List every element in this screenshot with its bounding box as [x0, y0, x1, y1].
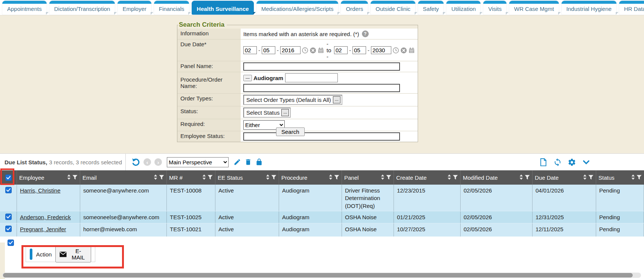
- mr-cell: TEST-10008: [167, 185, 215, 211]
- grid-title: Due List Status,: [5, 159, 47, 165]
- due-date-from-year-input[interactable]: [280, 46, 301, 54]
- scrollbar-thumb[interactable]: [3, 273, 633, 277]
- calendar-icon[interactable]: [317, 47, 324, 54]
- sort-icon[interactable]: [266, 174, 270, 181]
- select-all-checkbox[interactable]: [5, 174, 12, 181]
- tab-appointments[interactable]: Appointments: [2, 1, 47, 15]
- column-header-due-date[interactable]: Due Date: [533, 170, 596, 185]
- tab-financials[interactable]: Financials: [154, 1, 189, 15]
- column-header-modified-date[interactable]: Modified Date: [461, 170, 533, 185]
- mr-cell: TEST-10025: [167, 211, 215, 223]
- tab-wr-case-mgmt[interactable]: WR Case Mgmt: [509, 1, 559, 15]
- due-date-from-day-input[interactable]: [262, 46, 275, 54]
- settings-gear-icon[interactable]: [568, 158, 576, 167]
- order-types-picker[interactable]: Select Order Types (Default is All) ...: [243, 95, 342, 105]
- filter-funnel-icon[interactable]: [386, 174, 391, 181]
- filter-funnel-icon[interactable]: [636, 174, 642, 181]
- tab-medications-allergies-scripts[interactable]: Medications/Allergies/Scripts: [256, 1, 339, 15]
- due-date-from-month-input[interactable]: [243, 46, 257, 54]
- sort-icon[interactable]: [381, 174, 385, 181]
- sort-icon[interactable]: [631, 174, 635, 181]
- employee-status-input[interactable]: [243, 132, 400, 141]
- due-list-section: Due List Status, 3 records, 3 records se…: [0, 153, 644, 279]
- due-date-to-month-input[interactable]: [334, 46, 348, 54]
- order-types-more-button[interactable]: ...: [333, 96, 340, 103]
- tab-safety[interactable]: Safety: [418, 1, 444, 15]
- remove-procedure-button[interactable]: —: [243, 75, 252, 81]
- email-button[interactable]: E-MAIL: [55, 246, 91, 262]
- tab-dictation-transcription[interactable]: Dictation/Transcription: [49, 1, 115, 15]
- prev-page-icon[interactable]: ‹: [143, 158, 151, 166]
- tab-hr-data-feed[interactable]: HR Data Feed: [619, 1, 644, 15]
- employee-link[interactable]: Anderson, Frederick: [20, 214, 71, 220]
- refresh-icon[interactable]: [553, 158, 562, 167]
- filter-funnel-icon[interactable]: [525, 174, 530, 181]
- row-checkbox[interactable]: [5, 226, 12, 232]
- filter-funnel-icon[interactable]: [334, 174, 339, 181]
- filter-funnel-icon[interactable]: [588, 174, 594, 181]
- due-date-to-day-input[interactable]: [353, 46, 366, 54]
- tab-utilization[interactable]: Utilization: [446, 1, 481, 15]
- horizontal-scrollbar[interactable]: [2, 273, 641, 278]
- sort-icon[interactable]: [202, 174, 206, 181]
- footer-select-all-checkbox[interactable]: [8, 240, 14, 246]
- tab-visits[interactable]: Visits: [483, 1, 507, 15]
- column-header-panel[interactable]: Panel: [342, 170, 394, 185]
- column-header-procedure[interactable]: Procedure: [279, 170, 342, 185]
- tab-orders[interactable]: Orders: [341, 1, 368, 15]
- procedure-name-input[interactable]: [243, 84, 400, 92]
- collapse-chevron-icon[interactable]: [582, 158, 591, 167]
- sort-icon[interactable]: [329, 174, 333, 181]
- panel-name-input[interactable]: [243, 62, 400, 71]
- edit-perspective-icon[interactable]: [233, 158, 241, 166]
- column-header-status[interactable]: Status: [596, 170, 644, 185]
- clear-date-icon[interactable]: [310, 47, 316, 54]
- filter-funnel-icon[interactable]: [72, 174, 78, 181]
- filter-funnel-icon[interactable]: [453, 174, 458, 181]
- procedure-chip-input[interactable]: [285, 73, 338, 82]
- tab-outside-clinic[interactable]: Outside Clinic: [371, 1, 415, 15]
- envelope-icon: [60, 252, 67, 257]
- row-checkbox[interactable]: [5, 187, 12, 193]
- employee-link[interactable]: Harris, Christine: [20, 187, 61, 194]
- delete-perspective-icon[interactable]: [244, 158, 252, 166]
- filter-funnel-icon[interactable]: [208, 174, 213, 181]
- column-header-create-date[interactable]: Create Date: [394, 170, 461, 185]
- column-header-mr[interactable]: MR #: [167, 170, 215, 185]
- tab-health-surveillance[interactable]: Health Surveillance: [192, 1, 253, 15]
- tab-employer[interactable]: Employer: [118, 1, 151, 15]
- perspective-select[interactable]: Main Perspective: [167, 157, 229, 167]
- column-header-ee-status[interactable]: EE Status: [215, 170, 279, 185]
- sort-icon[interactable]: [519, 174, 523, 181]
- calendar-icon[interactable]: [408, 47, 415, 54]
- undo-icon[interactable]: [131, 158, 140, 167]
- column-header-employee[interactable]: Employee: [17, 170, 80, 185]
- new-document-icon[interactable]: [539, 158, 548, 167]
- filter-funnel-icon[interactable]: [271, 174, 276, 181]
- employee-link[interactable]: Pregnant, Jennifer: [20, 226, 66, 232]
- lock-perspective-icon[interactable]: [255, 158, 263, 166]
- row-checkbox[interactable]: [5, 214, 12, 220]
- search-button[interactable]: Search: [276, 127, 305, 136]
- sort-icon[interactable]: [583, 174, 587, 181]
- procedure-cell: Audiogram: [279, 185, 342, 211]
- sort-icon[interactable]: [67, 174, 71, 181]
- sort-icon[interactable]: [447, 174, 451, 181]
- clock-icon[interactable]: [392, 47, 399, 54]
- clear-date-icon[interactable]: [400, 47, 407, 54]
- ee-status-cell: Active: [215, 223, 279, 237]
- tab-industrial-hygiene[interactable]: Industrial Hygiene: [562, 1, 617, 15]
- email-cell: someoneelse@anywhere.com: [80, 211, 167, 223]
- clock-icon[interactable]: [302, 47, 308, 54]
- next-page-icon[interactable]: ›: [154, 158, 162, 166]
- column-header-email[interactable]: Email: [80, 170, 167, 185]
- status-cell: Pending: [596, 185, 644, 211]
- status-more-button[interactable]: ...: [281, 109, 289, 116]
- filter-funnel-icon[interactable]: [159, 174, 164, 181]
- sort-icon[interactable]: [154, 174, 157, 181]
- search-criteria-fieldset: Search Criteria Information Items marked…: [177, 21, 418, 142]
- due-date-to-year-input[interactable]: [371, 46, 391, 54]
- to-separator: - to -: [327, 41, 332, 60]
- help-icon[interactable]: ?: [362, 30, 369, 37]
- status-picker[interactable]: Select Status ...: [243, 108, 291, 118]
